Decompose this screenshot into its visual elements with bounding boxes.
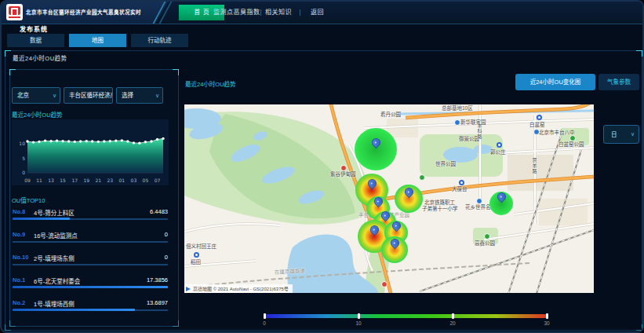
svg-text:07: 07 (155, 177, 161, 183)
svg-text:15: 15 (60, 177, 66, 183)
main-nav: 首页监测点恶臭指数相关知识返回 (2, 2, 642, 24)
map-canvas[interactable]: 总部基地10区看丹公园新华联家园御景公园北京市丰台八中白盆窑白盆窑公园郭公庄世界… (184, 104, 594, 293)
header-bar: 北京市丰台区循环经济产业园大气恶臭状况实时 首页监测点恶臭指数相关知识返回 (2, 2, 642, 24)
map-label: 子弟第十一小学 (422, 207, 458, 212)
metro-icon (497, 142, 502, 148)
ou-rank-label: No.1 (13, 276, 25, 284)
scale-tick-label: 0 (257, 320, 272, 326)
map-section-title: 最近24小时OU趋势 (185, 79, 236, 88)
svg-text:05: 05 (143, 177, 149, 183)
ou-bar-fill (13, 218, 70, 220)
park-icon (419, 174, 425, 181)
ou-value: 13.6897 (147, 299, 168, 306)
ou-change-button[interactable]: 近24小时OU变化图 (515, 74, 595, 90)
svg-text:01: 01 (118, 177, 125, 183)
svg-text:21: 21 (95, 177, 101, 183)
svg-text:03: 03 (131, 177, 137, 183)
map-label: 世界公园 (435, 162, 456, 167)
svg-text:11: 11 (36, 177, 42, 183)
city-select-value: 北京 (17, 92, 29, 99)
trend-chart-title: 最近24小时OU趋势 (12, 110, 63, 119)
weather-params-button[interactable]: 气象参数 (599, 74, 639, 90)
ou-rank-label: No.10 (13, 254, 28, 261)
panel-title: 最近24小时OU趋势 (13, 53, 67, 62)
map-label: 郭公庄 (490, 150, 506, 156)
scale-tick (358, 313, 360, 319)
map-label: 北京市丰台八中 (539, 130, 575, 136)
color-scale: 0102030 (264, 314, 547, 327)
ou-station-name: 4号-筛分上料区 (34, 208, 75, 217)
map-label: 丰科路 (477, 123, 482, 140)
ou-top-title: OU值TOP10 (12, 196, 45, 204)
map-label: 白盆窑公园 (558, 142, 584, 148)
ou-station-name: 6号-北天堂村委会 (34, 276, 80, 285)
park-select[interactable]: 丰台区循环经济产∨ (64, 87, 113, 104)
park-icon (484, 233, 490, 240)
point-select[interactable]: 选择∨ (116, 87, 163, 104)
map-label: 北京铁路职工 (424, 200, 455, 206)
nav-divider (300, 9, 300, 16)
ou-rank-row: No.21号-填埋场西侧13.6897 (13, 297, 168, 320)
nav-back[interactable]: 返回 (311, 2, 324, 24)
tab-map[interactable]: 地图 (69, 34, 126, 47)
interval-select-value: 日 (611, 131, 617, 138)
svg-text:13: 13 (48, 177, 54, 183)
map-attribution: 高德地图 © 2021 AutoNavi - GS(2021)6375号 (184, 284, 293, 293)
ou-rank-label: No.2 (13, 299, 25, 306)
autonavi-logo-icon (186, 287, 191, 291)
map-label: 稻田 (191, 260, 201, 265)
ou-rank-row: No.84号-筛分上料区6.4483 (13, 206, 168, 229)
ou-rank-label: No.8 (13, 208, 25, 215)
scale-tick (264, 313, 266, 319)
map-label: 白盆窑 (529, 123, 545, 128)
nav-knowledge[interactable]: 相关知识 (265, 2, 292, 24)
metro-icon (194, 252, 199, 258)
map-label: 贾羊路 (532, 158, 537, 174)
ou-value: 0 (165, 231, 168, 238)
interval-select[interactable]: 日 ∨ (603, 125, 639, 144)
ou-rank-row: No.916号-流动监测点0 (13, 229, 168, 251)
ou-bar-track (13, 241, 168, 243)
poi-blue-icon (476, 198, 482, 204)
chevron-down-icon: ∨ (105, 88, 109, 104)
svg-text:23: 23 (107, 177, 113, 183)
map-label: 佃义村回王庄 (186, 244, 216, 250)
map-attribution-text: 高德地图 © 2021 AutoNavi - GS(2021)6375号 (193, 285, 289, 292)
map-label: 看丹公园 (380, 112, 401, 118)
nav-odor-index[interactable]: 监测点恶臭指数 (213, 2, 260, 24)
scale-tick-label: 20 (445, 320, 460, 326)
trend-chart-svg: 0510091113151719212301030507 (12, 119, 169, 185)
ou-rank-row: No.102号-填埋场东侧0 (13, 251, 168, 274)
svg-text:17: 17 (71, 177, 78, 183)
svg-text:09: 09 (24, 177, 31, 183)
svg-text:10: 10 (19, 141, 25, 146)
heat-blob (355, 128, 397, 170)
map-label: 紫谷伊甸园 (330, 172, 356, 177)
ou-station-name: 1号-填埋场西侧 (34, 299, 75, 308)
svg-text:19: 19 (83, 177, 89, 183)
chevron-down-icon: ∨ (53, 88, 56, 104)
ou-bar-track (13, 264, 168, 265)
ou-station-name: 2号-填埋场东侧 (34, 254, 75, 262)
ou-rank-label: No.9 (13, 231, 25, 238)
chevron-down-icon: ∨ (631, 126, 635, 144)
trend-chart: 0510091113151719212301030507 (12, 119, 169, 185)
ou-bar-fill (13, 286, 168, 288)
map-label: 总部基地10区 (442, 106, 473, 112)
tab-track[interactable]: 行动轨迹 (131, 34, 188, 47)
point-select-value: 选择 (122, 92, 133, 99)
metro-icon (537, 115, 542, 120)
scale-tick-label: 30 (539, 320, 555, 326)
nav-divider (260, 9, 261, 16)
scale-tick (452, 313, 454, 319)
svg-text:5: 5 (22, 156, 25, 161)
map-label: 新华联家园 (460, 120, 486, 126)
map-label: 高鑫公园 (475, 241, 495, 247)
poi-blue-icon (454, 119, 460, 126)
ou-rank-row: No.16号-北天堂村委会17.3856 (13, 274, 168, 297)
city-select[interactable]: 北京∨ (12, 87, 60, 104)
ou-bar-fill (13, 309, 135, 311)
ou-top-list: No.84号-筛分上料区6.4483No.916号-流动监测点0No.102号-… (13, 206, 168, 320)
tab-data[interactable]: 数据 (7, 34, 64, 47)
map-label: 大葆台 (452, 187, 468, 192)
